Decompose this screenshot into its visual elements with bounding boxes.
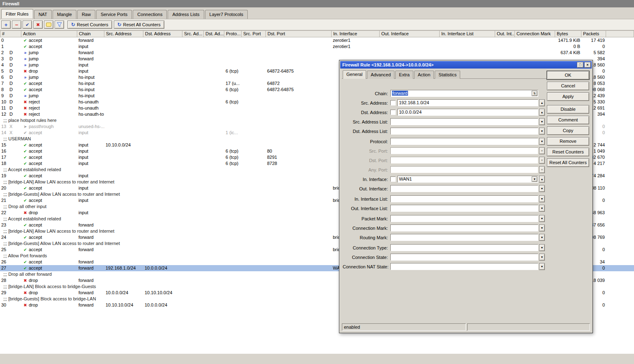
tab-nat[interactable]: NAT xyxy=(34,10,52,19)
src-address-list-input[interactable] xyxy=(390,118,538,125)
rule-row-1[interactable]: 1✔acceptinputzerotier10 B0 xyxy=(0,43,634,50)
out-interface-list-input[interactable] xyxy=(390,205,538,212)
dst-port-dropdown-icon[interactable]: ▼ xyxy=(539,157,545,164)
column-header-action[interactable]: Action xyxy=(21,30,77,37)
tab-service-ports[interactable]: Service Ports xyxy=(96,10,132,19)
column-header-[interactable]: # xyxy=(0,30,21,37)
column-header-out-int[interactable]: Out. Int... xyxy=(495,30,515,37)
chain-input[interactable]: forward⇅ xyxy=(390,90,538,97)
add-rule-button[interactable]: + xyxy=(1,21,11,29)
dst-address-input[interactable]: 10.0.0.0/24 xyxy=(397,109,538,116)
tab-mangle[interactable]: Mangle xyxy=(53,10,76,19)
column-header-connection-mark[interactable]: Connection Mark xyxy=(515,30,555,37)
src-address-not-checkbox[interactable] xyxy=(390,100,396,105)
dialog-tab-action[interactable]: Action xyxy=(414,71,434,79)
src-address-list-dropdown-icon[interactable]: ▼ xyxy=(539,118,545,125)
cell-proto: 6 (tcp) xyxy=(224,99,242,105)
cell-conn_mark xyxy=(515,43,555,50)
dst-address-list-dropdown-icon[interactable]: ▼ xyxy=(539,128,545,135)
dialog-titlebar[interactable]: Firewall Rule <192.168.1.0/24->10.0.0.0/… xyxy=(340,61,592,69)
column-header-src-port[interactable]: Src. Port xyxy=(242,30,266,37)
tab-connections[interactable]: Connections xyxy=(133,10,167,19)
dialog-tab-statistics[interactable]: Statistics xyxy=(435,71,460,79)
dialog-tab-general[interactable]: General xyxy=(343,70,366,79)
field-row-out-interface-list: Out. Interface List:▼ xyxy=(343,205,545,212)
connection-state-input[interactable] xyxy=(390,254,538,261)
dialog-tab-advanced[interactable]: Advanced xyxy=(367,71,394,79)
column-header-packets[interactable]: Packets xyxy=(581,30,606,37)
connection-mark-dropdown-icon[interactable]: ▼ xyxy=(539,224,545,231)
connection-type-dropdown-icon[interactable]: ▼ xyxy=(539,244,545,251)
packet-mark-dropdown-icon[interactable]: ▼ xyxy=(539,215,545,222)
column-header-src-ad[interactable]: Src. Ad... xyxy=(182,30,204,37)
apply-button[interactable]: Apply xyxy=(547,92,589,101)
in-interface-combo-arrow-icon[interactable]: ▼ xyxy=(532,176,537,182)
src-address-input[interactable]: 192.168.1.0/24 xyxy=(397,99,538,106)
tab-filter-rules[interactable]: Filter Rules xyxy=(1,9,33,18)
tab-address-lists[interactable]: Address Lists xyxy=(168,10,204,19)
reset-counters-button[interactable]: ↻ Reset Counters xyxy=(67,21,112,29)
disable-rule-button[interactable]: ✖ xyxy=(33,21,43,29)
dst-address-expand-icon[interactable]: ▲ xyxy=(539,109,545,116)
column-header-out-interface[interactable]: Out. Interface xyxy=(380,30,440,37)
ok-button[interactable]: OK xyxy=(547,71,589,80)
src-port-dropdown-icon[interactable]: ▼ xyxy=(539,147,545,154)
reset-counters-button[interactable]: Reset Counters xyxy=(547,148,589,156)
protocol-input[interactable] xyxy=(390,138,538,145)
rule-number: 17 xyxy=(1,154,9,160)
dst-port-input[interactable] xyxy=(390,157,538,164)
cell-dst_port: 80 xyxy=(266,148,332,154)
dst-address-list-input[interactable] xyxy=(390,128,538,135)
remove-button[interactable]: Remove xyxy=(547,137,589,146)
routing-mark-dropdown-icon[interactable]: ▼ xyxy=(539,234,545,241)
column-header-dst-address[interactable]: Dst. Address xyxy=(143,30,182,37)
out-interface-list-dropdown-icon[interactable]: ▼ xyxy=(539,205,545,212)
copy-button[interactable]: Copy xyxy=(547,126,589,135)
close-icon[interactable]: × xyxy=(584,62,591,68)
src-port-input[interactable] xyxy=(390,147,538,154)
column-header-in-interface[interactable]: In. Interface xyxy=(332,30,380,37)
connection-nat-state-input[interactable] xyxy=(390,263,538,270)
any-port-input[interactable] xyxy=(390,166,538,173)
src-address-expand-icon[interactable]: ▲ xyxy=(539,99,545,106)
in-interface-list-input[interactable] xyxy=(390,195,538,202)
connection-mark-input[interactable] xyxy=(390,224,538,231)
comment-button[interactable] xyxy=(44,21,53,29)
enable-rule-button[interactable]: ✔ xyxy=(23,21,32,29)
connection-state-dropdown-icon[interactable]: ▼ xyxy=(539,254,545,261)
any-port-dropdown-icon[interactable]: ▼ xyxy=(539,166,545,173)
column-header-dst-port[interactable]: Dst. Port xyxy=(266,30,332,37)
connection-nat-state-dropdown-icon[interactable]: ▼ xyxy=(539,263,545,270)
minimize-icon[interactable]: □ xyxy=(577,62,583,68)
packet-mark-input[interactable] xyxy=(390,215,538,222)
reset-all-counters-button[interactable]: Reset All Counters xyxy=(547,158,589,167)
out-interface-dropdown-icon[interactable]: ▼ xyxy=(539,185,545,192)
filter-button[interactable] xyxy=(55,21,64,29)
in-interface-list-dropdown-icon[interactable]: ▼ xyxy=(539,195,545,202)
rule-row-0[interactable]: 0✔acceptforwardzerotier11471.9 KiB17 419 xyxy=(0,37,634,43)
tab-layer7-protocols[interactable]: Layer7 Protocols xyxy=(205,10,248,19)
reset-all-counters-button[interactable]: ↻ Reset All Counters xyxy=(114,21,164,29)
remove-rule-button[interactable]: − xyxy=(12,21,21,29)
tab-raw[interactable]: Raw xyxy=(77,10,95,19)
protocol-dropdown-icon[interactable]: ▼ xyxy=(539,138,545,145)
chain-spinner-icon[interactable]: ⇅ xyxy=(532,91,537,96)
in-interface-not-checkbox[interactable] xyxy=(390,176,396,182)
column-header-dst-ad[interactable]: Dst. Ad... xyxy=(204,30,224,37)
dst-address-not-checkbox[interactable] xyxy=(390,110,396,115)
dialog-tab-extra[interactable]: Extra xyxy=(395,71,413,79)
comment-button[interactable]: Comment xyxy=(547,116,589,124)
connection-type-input[interactable] xyxy=(390,244,538,251)
column-header-proto[interactable]: Proto... xyxy=(224,30,242,37)
column-header-in-interface-list[interactable]: In. Interface List xyxy=(440,30,495,37)
rule-row-2[interactable]: 2D»jumpforward637.4 KiB5 582 xyxy=(0,50,634,56)
cancel-button[interactable]: Cancel xyxy=(547,82,589,90)
in-interface-input[interactable]: WAN1▼ xyxy=(397,176,538,183)
column-header-src-address[interactable]: Src. Address xyxy=(104,30,143,37)
out-interface-input[interactable] xyxy=(390,185,538,192)
column-header-bytes[interactable]: Bytes xyxy=(555,30,581,37)
column-header-chain[interactable]: Chain xyxy=(77,30,104,37)
in-interface-expand-icon[interactable]: ▲ xyxy=(539,176,545,183)
routing-mark-input[interactable] xyxy=(390,234,538,241)
disable-button[interactable]: Disable xyxy=(547,105,589,114)
